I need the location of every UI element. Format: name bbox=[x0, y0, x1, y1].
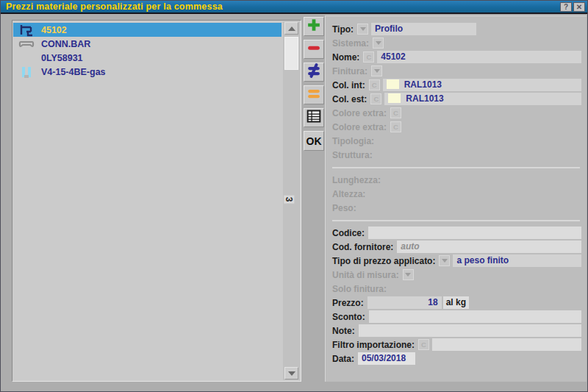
struttura-label: Struttura: bbox=[332, 150, 373, 160]
help-button[interactable]: ? bbox=[560, 2, 572, 12]
row-tipo: Tipo: Profilo bbox=[332, 22, 581, 36]
col-est-value: RAL1013 bbox=[406, 93, 443, 104]
list-item-label: CONN.BAR bbox=[41, 39, 90, 49]
color-swatch[interactable] bbox=[388, 93, 401, 103]
table-icon bbox=[306, 109, 322, 126]
table-button[interactable] bbox=[304, 108, 324, 127]
material-list-panel: 45102 CONN.BAR 0LY58931 V4-15-4BE-gas bbox=[12, 20, 301, 382]
tipo-dropdown-button[interactable] bbox=[357, 24, 368, 35]
col-est-label: Col. est: bbox=[332, 94, 367, 104]
titlebar-buttons: ? ✕ bbox=[560, 2, 587, 12]
sistema-dropdown-button bbox=[373, 38, 384, 49]
altezza-label: Altezza: bbox=[332, 189, 365, 199]
row-peso: Peso: bbox=[332, 201, 581, 215]
row-colore-extra-1: Colore extra: C bbox=[332, 106, 581, 120]
col-est-field[interactable]: RAL1013 bbox=[384, 93, 581, 105]
codice-field[interactable] bbox=[368, 227, 581, 239]
row-sconto: Sconto: bbox=[332, 310, 581, 324]
list-item-label: 0LY58931 bbox=[41, 53, 83, 63]
row-tipologia: Tipologia: bbox=[332, 134, 581, 148]
separator bbox=[332, 215, 581, 226]
unita-misura-dropdown-button bbox=[403, 269, 414, 280]
col-int-c-button[interactable]: C bbox=[369, 79, 380, 90]
arrow-up-icon bbox=[288, 26, 295, 31]
note-label: Note: bbox=[332, 326, 355, 336]
ok-button[interactable]: OK bbox=[304, 131, 324, 151]
col-est-c-button[interactable]: C bbox=[370, 93, 381, 104]
list-item-0ly58931[interactable]: 0LY58931 bbox=[13, 51, 282, 65]
gasket-icon bbox=[17, 65, 36, 79]
row-col-int: Col. int: C RAL1013 bbox=[332, 78, 581, 92]
row-note: Note: bbox=[332, 324, 581, 338]
nome-c-button[interactable]: C bbox=[363, 51, 374, 63]
solo-finitura-label: Solo finitura: bbox=[332, 284, 387, 294]
tipo-field[interactable]: Profilo bbox=[371, 23, 476, 35]
detail-form: Tipo: Profilo Sistema: Nome: C 45102 Fin… bbox=[325, 15, 587, 382]
list-item-v4-gasket[interactable]: V4-15-4BE-gas bbox=[13, 65, 282, 79]
list-item-connbar[interactable]: CONN.BAR bbox=[13, 37, 282, 51]
row-col-est: Col. est: C RAL1013 bbox=[332, 92, 581, 106]
title-bar[interactable]: Prezzi materiale personalizzati per la c… bbox=[1, 1, 587, 14]
row-cod-fornitore: Cod. fornitore: auto bbox=[332, 240, 581, 254]
minus-icon bbox=[306, 40, 322, 59]
profile-icon bbox=[17, 24, 36, 37]
equalize-button[interactable] bbox=[304, 85, 324, 104]
scrollbar-thumb[interactable] bbox=[284, 37, 298, 70]
colore-extra-2-c-button: C bbox=[390, 121, 401, 132]
row-unita-misura: Unità di misura: bbox=[332, 268, 581, 282]
note-field[interactable] bbox=[359, 324, 581, 337]
arrow-down-icon bbox=[288, 371, 295, 376]
row-struttura: Struttura: bbox=[332, 148, 581, 162]
scroll-count-badge: 3 bbox=[284, 196, 294, 204]
dialog-window: Prezzi materiale personalizzati per la c… bbox=[0, 0, 588, 392]
chevron-down-icon bbox=[376, 41, 381, 45]
tipo-prezzo-label: Tipo di prezzo applicato: bbox=[332, 256, 435, 266]
codice-label: Codice: bbox=[332, 228, 365, 238]
nome-label: Nome: bbox=[332, 52, 359, 63]
row-tipo-prezzo: Tipo di prezzo applicato: a peso finito bbox=[332, 254, 581, 268]
row-prezzo: Prezzo: 18 al kg bbox=[332, 296, 581, 310]
finitura-label: Finitura: bbox=[332, 66, 368, 76]
peso-label: Peso: bbox=[332, 203, 356, 213]
color-swatch[interactable] bbox=[387, 79, 399, 89]
connector-icon bbox=[17, 39, 36, 49]
replace-button[interactable] bbox=[304, 63, 324, 82]
sconto-field[interactable] bbox=[369, 310, 581, 323]
colore-extra-1-label: Colore extra: bbox=[332, 108, 387, 118]
data-field[interactable]: 05/03/2018 bbox=[358, 352, 415, 365]
window-title: Prezzi materiale personalizzati per la c… bbox=[1, 1, 223, 12]
not-equal-icon bbox=[306, 63, 322, 82]
col-int-label: Col. int: bbox=[332, 80, 365, 90]
prezzo-field[interactable]: 18 bbox=[368, 296, 442, 309]
list-item-45102[interactable]: 45102 bbox=[13, 23, 282, 37]
equal-icon bbox=[306, 85, 322, 104]
col-int-value: RAL1013 bbox=[404, 79, 442, 90]
chevron-down-icon bbox=[360, 27, 366, 31]
cod-fornitore-field[interactable]: auto bbox=[397, 240, 581, 253]
colore-extra-2-label: Colore extra: bbox=[332, 122, 387, 132]
filtro-field[interactable] bbox=[432, 338, 581, 351]
row-data: Data: 05/03/2018 bbox=[332, 352, 581, 366]
row-colore-extra-2: Colore extra: C bbox=[332, 120, 581, 134]
list-scrollbar[interactable]: 3 bbox=[283, 21, 300, 380]
filtro-c-button[interactable]: C bbox=[418, 339, 429, 350]
chevron-down-icon bbox=[374, 69, 380, 73]
row-solo-finitura: Solo finitura: bbox=[332, 282, 581, 296]
sconto-label: Sconto: bbox=[332, 312, 365, 322]
row-finitura: Finitura: bbox=[332, 64, 581, 78]
material-list: 45102 CONN.BAR 0LY58931 V4-15-4BE-gas bbox=[13, 23, 282, 79]
row-nome: Nome: C 45102 bbox=[332, 50, 581, 64]
list-item-label: 45102 bbox=[41, 25, 67, 35]
tipo-prezzo-dropdown-button[interactable] bbox=[439, 255, 450, 266]
chevron-down-icon bbox=[442, 259, 448, 263]
scroll-up-button[interactable] bbox=[284, 22, 298, 35]
row-lunghezza: Lunghezza: bbox=[332, 173, 581, 187]
add-button[interactable] bbox=[304, 17, 324, 36]
col-int-field[interactable]: RAL1013 bbox=[383, 79, 581, 91]
nome-field[interactable]: 45102 bbox=[377, 51, 581, 63]
toolbar: OK bbox=[304, 17, 324, 154]
scroll-down-button[interactable] bbox=[284, 367, 298, 379]
remove-button[interactable] bbox=[304, 40, 324, 59]
tipo-prezzo-field[interactable]: a peso finito bbox=[453, 254, 581, 267]
close-button[interactable]: ✕ bbox=[573, 2, 585, 12]
